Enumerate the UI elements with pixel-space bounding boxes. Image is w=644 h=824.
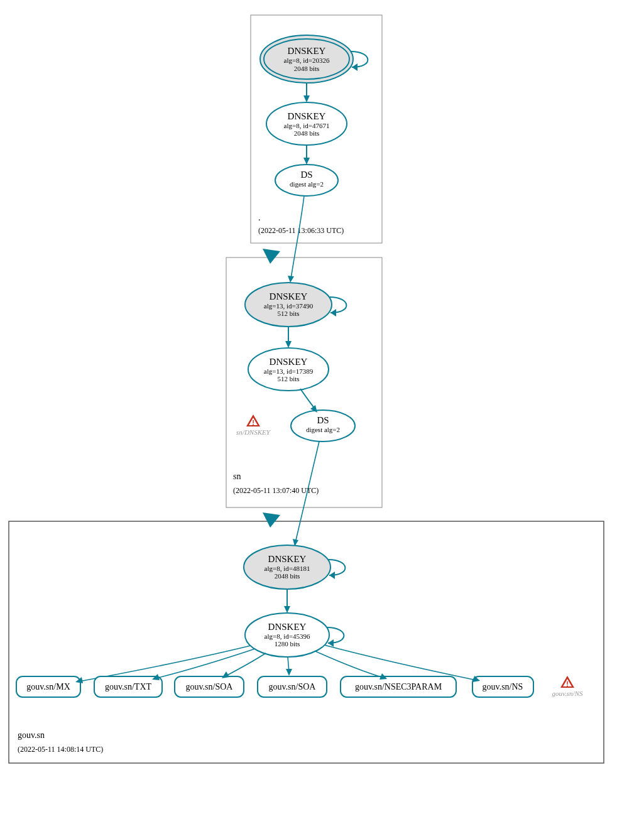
svg-marker-3: [352, 63, 357, 71]
svg-marker-11: [288, 276, 294, 283]
svg-marker-16: [285, 341, 292, 348]
node-gouv-zsk-l2: 1280 bits: [275, 640, 300, 648]
svg-marker-25: [329, 572, 335, 579]
edge-rootds-snksk: [291, 196, 304, 279]
zone-sn: sn (2022-05-11 13:07:40 UTC) DNSKEY alg=…: [226, 196, 382, 507]
node-sn-ds-title: DS: [317, 415, 329, 425]
node-root-zsk-l1: alg=8, id=47671: [284, 122, 330, 129]
node-root-ksk-title: DNSKEY: [288, 46, 326, 56]
node-sn-ksk-title: DNSKEY: [270, 291, 308, 301]
node-root-ksk-l2: 2048 bits: [294, 65, 320, 72]
dnssec-chain-diagram: . (2022-05-11 13:06:33 UTC) DNSKEY alg=8…: [0, 0, 644, 824]
node-sn-ds: DS digest alg=2: [291, 410, 355, 442]
node-sn-zsk-title: DNSKEY: [270, 357, 308, 367]
node-sn-zsk-l2: 512 bits: [277, 375, 299, 382]
node-root-ksk-l1: alg=8, id=20326: [284, 57, 330, 64]
svg-text:gouv.sn/NSEC3PARAM: gouv.sn/NSEC3PARAM: [355, 682, 442, 691]
node-gouv-zsk-title: DNSKEY: [268, 622, 307, 632]
rrset-gouv-soa-2: gouv.sn/SOA: [258, 676, 327, 697]
node-sn-ksk-l2: 512 bits: [277, 310, 299, 317]
node-gouv-ksk-title: DNSKEY: [268, 554, 307, 564]
node-root-zsk: DNSKEY alg=8, id=47671 2048 bits: [266, 102, 347, 145]
svg-text:!: !: [566, 680, 569, 688]
rrset-gouv-ns: gouv.sn/NS: [472, 676, 533, 697]
node-sn-ksk: DNSKEY alg=13, id=37490 512 bits: [245, 283, 332, 327]
node-sn-ksk-l1: alg=13, id=37490: [264, 302, 314, 310]
node-sn-zsk-l1: alg=13, id=17389: [264, 367, 314, 375]
node-root-zsk-title: DNSKEY: [288, 111, 326, 121]
rrset-gouv-soa-1: gouv.sn/SOA: [175, 676, 244, 697]
svg-text:!: !: [252, 419, 254, 426]
zone-root: . (2022-05-11 13:06:33 UTC) DNSKEY alg=8…: [251, 15, 382, 243]
svg-text:gouv.sn/SOA: gouv.sn/SOA: [186, 682, 234, 691]
rrset-gouv-txt: gouv.sn/TXT: [94, 676, 162, 697]
node-gouv-ksk-l1: alg=8, id=48181: [265, 565, 310, 572]
svg-marker-28: [284, 606, 290, 613]
zone-sn-label: sn: [233, 472, 241, 481]
svg-marker-6: [303, 95, 310, 102]
node-sn-ds-l1: digest alg=2: [306, 426, 340, 433]
zone-gouv-timestamp: (2022-05-11 14:08:14 UTC): [18, 745, 103, 754]
svg-marker-9: [303, 158, 310, 165]
svg-text:gouv.sn/NS: gouv.sn/NS: [483, 682, 523, 691]
warning-gouv-ns-label: gouv.sn/NS: [552, 690, 583, 697]
node-gouv-ksk-l2: 2048 bits: [275, 572, 300, 580]
node-gouv-zsk: DNSKEY alg=8, id=45396 1280 bits: [245, 613, 329, 657]
node-gouv-zsk-l1: alg=8, id=45396: [265, 632, 310, 640]
deleg-root-sn-arrow: [263, 249, 280, 264]
node-root-ds: DS digest alg=2: [275, 165, 338, 196]
warning-sn-dnskey-label: sn/DNSKEY: [236, 428, 271, 436]
node-root-ds-title: DS: [300, 170, 312, 180]
zone-root-label: .: [258, 213, 261, 222]
node-sn-zsk: DNSKEY alg=13, id=17389 512 bits: [248, 348, 329, 391]
svg-marker-13: [330, 309, 336, 317]
warning-sn-dnskey: ! sn/DNSKEY: [236, 415, 271, 436]
svg-text:gouv.sn/SOA: gouv.sn/SOA: [269, 682, 317, 691]
rrset-gouv-mx: gouv.sn/MX: [16, 676, 80, 697]
zone-sn-timestamp: (2022-05-11 13:07:40 UTC): [233, 486, 319, 495]
svg-text:gouv.sn/TXT: gouv.sn/TXT: [105, 682, 152, 691]
warning-gouv-ns: ! gouv.sn/NS: [552, 676, 583, 697]
rrset-gouv-nsec3param: gouv.sn/NSEC3PARAM: [341, 676, 456, 697]
node-root-zsk-l2: 2048 bits: [294, 129, 320, 137]
node-gouv-ksk: DNSKEY alg=8, id=48181 2048 bits: [244, 545, 330, 589]
node-root-ds-l1: digest alg=2: [290, 180, 324, 188]
svg-text:gouv.sn/MX: gouv.sn/MX: [26, 682, 70, 691]
zone-gouv-label: gouv.sn: [18, 730, 45, 740]
svg-marker-42: [286, 669, 292, 676]
zone-root-timestamp: (2022-05-11 13:06:33 UTC): [258, 226, 344, 235]
deleg-sn-gouv-arrow: [263, 512, 280, 528]
node-root-ksk: DNSKEY alg=8, id=20326 2048 bits: [260, 35, 353, 83]
